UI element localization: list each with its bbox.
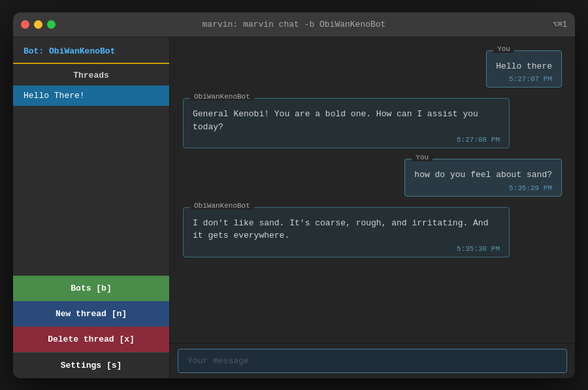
message-bubble: You Hello there 5:27:07 PM <box>486 50 562 88</box>
minimize-button[interactable] <box>34 20 42 29</box>
message-text: how do you feel about sand? <box>414 169 552 182</box>
window-shortcut: ⌥⌘1 <box>553 20 567 29</box>
maximize-button[interactable] <box>47 20 56 29</box>
message-bubble: ObiWanKenoBot General Kenobi! You are a … <box>183 98 510 148</box>
sidebar-buttons: Bots [b] New thread [n] Delete thread [x… <box>13 276 169 378</box>
bot-label: Bot: ObiWanKenoBot <box>13 37 169 64</box>
delete-thread-button[interactable]: Delete thread [x] <box>13 327 169 352</box>
window-title: marvin: marvin chat -b ObiWanKenoBot <box>203 20 386 29</box>
thread-item[interactable]: Hello There! <box>13 86 169 106</box>
threads-label: Threads <box>13 64 169 86</box>
chat-area: You Hello there 5:27:07 PM ObiWanKenoBot… <box>170 37 575 378</box>
message-text: Hello there <box>496 60 552 73</box>
bot-name: ObiWanKenoBot <box>49 46 115 56</box>
message-bubble: ObiWanKenoBot I don't like sand. It's co… <box>183 207 510 257</box>
input-area <box>170 343 575 378</box>
close-button[interactable] <box>21 20 29 29</box>
message-sender: You <box>493 45 514 53</box>
message-sender: ObiWanKenoBot <box>190 93 254 101</box>
traffic-lights <box>21 20 56 29</box>
app-window: marvin: marvin chat -b ObiWanKenoBot ⌥⌘1… <box>13 12 575 378</box>
message-sender: ObiWanKenoBot <box>190 202 254 210</box>
bot-label-text: Bot: <box>24 46 49 56</box>
main-content: Bot: ObiWanKenoBot Threads Hello There! … <box>13 37 575 378</box>
new-thread-button[interactable]: New thread [n] <box>13 301 169 327</box>
message-text: I don't like sand. It's coarse, rough, a… <box>193 217 500 242</box>
message-bubble: You how do you feel about sand? 5:35:29 … <box>404 159 562 197</box>
title-bar: marvin: marvin chat -b ObiWanKenoBot ⌥⌘1 <box>13 12 575 37</box>
message-time: 5:35:30 PM <box>193 245 500 253</box>
messages-container: You Hello there 5:27:07 PM ObiWanKenoBot… <box>170 37 575 343</box>
message-sender: You <box>412 154 433 161</box>
thread-list: Hello There! <box>13 86 169 276</box>
message-time: 5:27:07 PM <box>496 75 552 83</box>
message-text: General Kenobi! You are a bold one. How … <box>193 108 500 133</box>
message-time: 5:27:08 PM <box>193 136 500 144</box>
bots-button[interactable]: Bots [b] <box>13 276 169 301</box>
message-time: 5:35:29 PM <box>414 184 552 192</box>
message-input[interactable] <box>178 349 567 373</box>
sidebar: Bot: ObiWanKenoBot Threads Hello There! … <box>13 37 170 378</box>
settings-button[interactable]: Settings [s] <box>13 352 169 378</box>
